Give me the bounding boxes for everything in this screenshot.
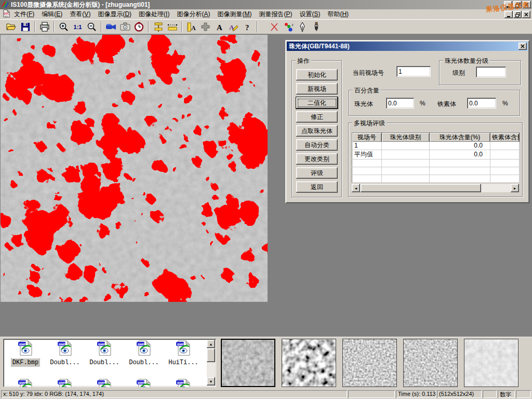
bmp-file-icon: BMP — [57, 378, 73, 387]
document-icon[interactable]: DOC — [2, 9, 10, 19]
col-header-ferrite[interactable]: 铁素体含量(%) — [490, 133, 520, 142]
pen-tool-icon[interactable] — [295, 20, 309, 33]
restore-button[interactable] — [513, 1, 522, 8]
table-horizontal-scrollbar[interactable]: ◄ ► — [352, 184, 519, 192]
file-item[interactable]: BMPHuiTi... — [165, 340, 202, 366]
table-row-field-1[interactable]: 1 0.0 — [352, 142, 520, 150]
thumbnail-5[interactable] — [464, 339, 518, 387]
multi-field-table[interactable]: 视场号 珠光体级别 珠光体含量(%) 铁素体含量(%) 1 0.0 平均值 — [352, 132, 520, 183]
menu-item-help[interactable]: 帮助(H) — [324, 9, 352, 20]
file-item[interactable]: BMP — [47, 378, 83, 387]
svg-text:A: A — [217, 23, 222, 32]
svg-text:BMP: BMP — [177, 343, 184, 346]
thumbnail-2[interactable] — [282, 339, 336, 387]
current-field-label: 当前视场号 — [353, 69, 384, 77]
cell-empty — [430, 159, 490, 167]
area-measure-icon[interactable] — [198, 20, 212, 33]
timer-icon[interactable] — [132, 20, 146, 33]
file-item[interactable]: BMPDKF.bmp — [7, 340, 44, 366]
pick-pearlite-button[interactable]: 点取珠光体 — [296, 125, 338, 137]
menu-item-measure-report[interactable]: 测量报告(P) — [255, 9, 296, 20]
window-titlebar[interactable]: IS100显微摄像系统(金相分析版) - [zhuguangti01] — [0, 0, 532, 9]
grading-group: 珠光体数量分级 级别 — [439, 60, 521, 85]
rate-button[interactable]: 评级 — [296, 167, 338, 179]
save-icon[interactable] — [18, 20, 32, 33]
new-field-button[interactable]: 新视场 — [296, 83, 338, 95]
menu-item-view[interactable]: 查看(V) — [66, 9, 94, 20]
measure-label-icon[interactable]: A — [184, 20, 198, 33]
menu-item-edit[interactable]: 编辑(E) — [38, 9, 66, 20]
actual-size-icon[interactable]: 1:1 — [71, 20, 85, 33]
caliper-icon[interactable] — [151, 20, 165, 33]
scroll-right-icon[interactable]: ► — [511, 184, 519, 192]
camera-capture-icon[interactable] — [118, 20, 132, 33]
return-button[interactable]: 返回 — [296, 181, 338, 193]
bmp-file-icon: BMP — [136, 340, 152, 356]
menu-item-image-measure[interactable]: 图像测量(M) — [214, 9, 255, 20]
mdi-minimize-button[interactable] — [504, 11, 513, 18]
auto-classify-button[interactable]: 自动分类 — [296, 139, 338, 151]
thumbnail-4[interactable] — [403, 339, 458, 387]
dialog-titlebar[interactable]: 珠光体(GB/T9441-88) — [287, 42, 528, 51]
scroll-left-icon[interactable]: ◄ — [352, 184, 360, 192]
ferrite-percent-input[interactable] — [467, 98, 496, 109]
specimen-image[interactable] — [1, 35, 268, 302]
file-list-scrollbar[interactable]: ▲▼ — [207, 340, 215, 385]
scroll-down-icon[interactable]: ▼ — [207, 377, 215, 385]
thumbnail-3[interactable] — [342, 339, 397, 387]
file-item[interactable]: BMP — [126, 378, 162, 387]
file-list[interactable]: BMPDKF.bmpBMPDoubl...BMPDoubl...BMPDoubl… — [3, 339, 216, 387]
correct-button[interactable]: 修正 — [296, 111, 338, 123]
mdi-restore-button[interactable] — [513, 11, 522, 18]
pearlite-dialog[interactable]: 珠光体(GB/T9441-88) 操作 初始化 新视场 二值化 修正 点取珠光体… — [285, 40, 529, 203]
print-icon[interactable] — [37, 20, 51, 33]
dialog-close-button[interactable] — [518, 43, 527, 50]
video-camera-icon[interactable] — [104, 20, 118, 33]
file-item[interactable]: BMPDoubl... — [47, 340, 83, 366]
menu-item-image-display[interactable]: 图像显示(D) — [94, 9, 135, 20]
menu-item-image-processing[interactable]: 图像处理(I) — [135, 9, 173, 20]
text-annotation-icon[interactable]: A — [212, 20, 227, 33]
level-input[interactable] — [476, 66, 506, 77]
brush-tool-icon[interactable] — [309, 20, 323, 33]
svg-text:BMP: BMP — [98, 343, 105, 346]
classify-markers-icon[interactable]: 3 — [281, 20, 295, 33]
current-field-input[interactable] — [396, 66, 431, 77]
ferrite-unit: % — [502, 100, 508, 107]
scrollbar-thumb[interactable] — [361, 184, 481, 192]
scroll-up-icon[interactable]: ▲ — [207, 340, 215, 348]
ruler-icon[interactable] — [165, 20, 179, 33]
edit-annotation-icon[interactable]: A — [227, 20, 241, 33]
file-item[interactable]: BMPDoubl... — [86, 340, 123, 366]
menu-item-file[interactable]: 文件(F) — [10, 9, 38, 20]
init-button[interactable]: 初始化 — [296, 69, 338, 81]
file-item[interactable]: BMP — [7, 378, 44, 387]
pearlite-percent-input[interactable] — [386, 98, 414, 109]
table-row-average[interactable]: 平均值 0.0 — [352, 150, 520, 159]
file-item[interactable]: BMPDoubl... — [126, 340, 162, 366]
curve-tool-icon[interactable] — [267, 20, 281, 33]
thumbnail-1[interactable] — [221, 339, 275, 387]
scrollbar-thumb[interactable] — [207, 349, 215, 362]
minimize-button[interactable] — [504, 1, 512, 8]
col-header-pearlite[interactable]: 珠光体含量(%) — [430, 133, 490, 142]
binarize-button[interactable]: 二值化 — [296, 97, 338, 109]
bmp-file-icon: BMP — [96, 378, 113, 387]
col-header-level[interactable]: 珠光体级别 — [382, 133, 430, 142]
svg-text:BMP: BMP — [138, 381, 144, 384]
file-item[interactable]: BMP — [165, 378, 202, 387]
menu-item-image-analysis[interactable]: 图像分析(A) — [173, 9, 214, 20]
toolbar: 1:1 A A A ? 3 — [0, 20, 532, 34]
col-header-field[interactable]: 视场号 — [352, 133, 382, 142]
open-file-icon[interactable] — [4, 20, 18, 33]
close-button[interactable] — [523, 1, 531, 8]
file-item[interactable]: BMP — [86, 378, 123, 387]
window-title: IS100显微摄像系统(金相分析版) - [zhuguangti01] — [11, 1, 150, 9]
menu-item-settings[interactable]: 设置(S) — [296, 9, 324, 20]
zoom-out-icon[interactable] — [85, 20, 99, 33]
mdi-close-button[interactable] — [522, 11, 530, 18]
zoom-in-icon[interactable] — [57, 20, 71, 33]
toolbar-separator — [257, 21, 258, 32]
help-icon[interactable]: ? — [241, 20, 255, 33]
change-class-button[interactable]: 更改类别 — [296, 153, 338, 165]
